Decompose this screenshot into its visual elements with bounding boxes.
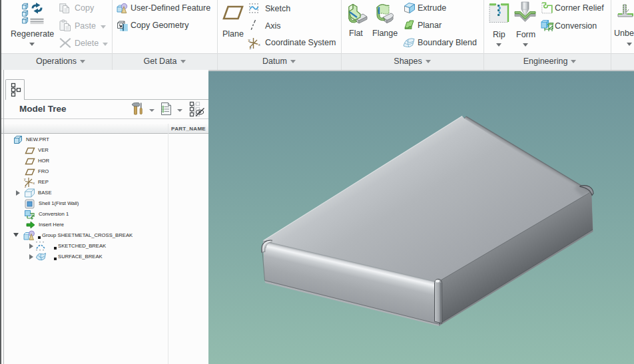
svg-text:y: y: [24, 177, 26, 181]
svg-text:x: x: [258, 43, 260, 47]
svg-text:y: y: [248, 38, 250, 42]
svg-text:z: z: [250, 46, 252, 50]
svg-text:x: x: [33, 181, 35, 185]
